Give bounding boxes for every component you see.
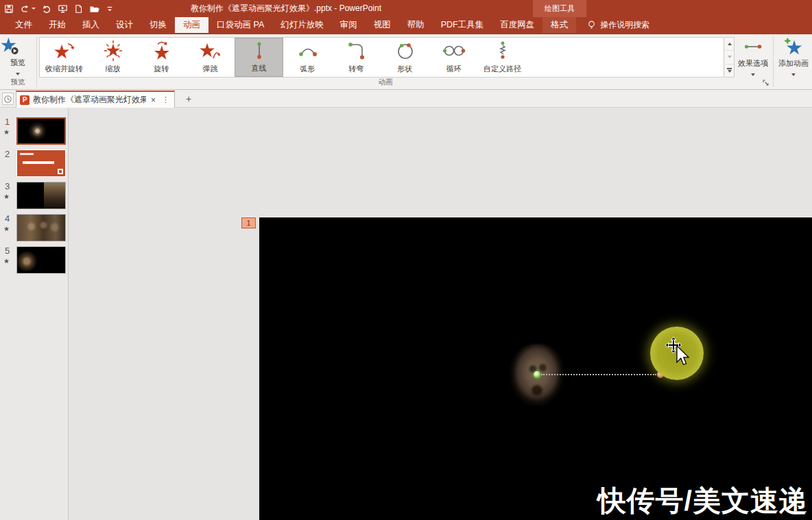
slide-thumbnail-1[interactable] <box>16 117 66 145</box>
ribbon-animations: 预览 预览 收缩并旋转 缩放 <box>0 33 812 90</box>
powerpoint-file-icon: P <box>20 95 29 105</box>
animation-sequence-badge[interactable]: 1 <box>241 217 256 228</box>
motion-path-start-dot[interactable] <box>534 371 540 378</box>
tab-baidu-netdisk[interactable]: 百度网盘 <box>492 17 542 33</box>
path-line-icon <box>249 38 270 63</box>
ribbon-tab-bar: 文件 开始 插入 设计 切换 动画 口袋动画 PA 幻灯片放映 审阅 视图 帮助… <box>0 17 812 33</box>
motion-path-dashed-line[interactable] <box>541 374 656 375</box>
main-area: 1 ★ 2 3 ★ 4 ★ 5 ★ 1 <box>0 108 812 520</box>
tab-help[interactable]: 帮助 <box>399 17 433 33</box>
animation-shrink-turn[interactable]: 收缩并旋转 <box>40 38 88 77</box>
animation-dialog-launcher-icon[interactable] <box>763 80 769 86</box>
slide-number: 4 <box>5 213 10 224</box>
animation-label: 收缩并旋转 <box>45 64 83 74</box>
slide-number: 2 <box>5 149 10 159</box>
save-icon[interactable] <box>4 4 14 14</box>
add-animation-button[interactable]: 添加动画 <box>775 36 812 78</box>
tab-slideshow[interactable]: 幻灯片放映 <box>272 17 332 33</box>
animation-star-icon: ★ <box>3 128 10 136</box>
undo-icon[interactable] <box>20 4 36 14</box>
gallery-more-button[interactable] <box>725 64 734 77</box>
animation-star-icon: ★ <box>3 257 10 265</box>
tab-transitions[interactable]: 切换 <box>141 17 175 33</box>
customize-qat-icon[interactable] <box>106 5 113 13</box>
history-clock-icon[interactable] <box>2 93 14 105</box>
animation-path-shape[interactable]: 形状 <box>381 38 429 77</box>
add-animation-chevron <box>791 73 796 76</box>
document-tab-active[interactable]: P 教你制作《遮罩动画聚光灯效果》.pptx × ⋮ <box>16 91 175 108</box>
quick-access-toolbar <box>4 0 113 17</box>
gallery-scroll-down-button[interactable] <box>725 51 734 64</box>
group-label-preview: 预览 <box>0 78 36 87</box>
animation-zoom[interactable]: 缩放 <box>88 38 137 77</box>
animation-label: 弧形 <box>300 64 315 74</box>
gallery-scrollbar <box>725 37 735 78</box>
tab-insert[interactable]: 插入 <box>74 17 108 33</box>
slide-thumbnail-3[interactable] <box>16 182 66 209</box>
add-animation-label: 添加动画 <box>775 58 812 69</box>
tab-format[interactable]: 格式 <box>542 17 576 33</box>
tab-home[interactable]: 开始 <box>40 17 74 33</box>
animation-label: 形状 <box>398 64 413 74</box>
document-tab-bar: P 教你制作《遮罩动画聚光灯效果》.pptx × ⋮ + <box>0 90 812 108</box>
slide-number: 1 <box>5 117 10 127</box>
path-loop-icon <box>442 38 466 64</box>
title-bar: 教你制作《遮罩动画聚光灯效果》.pptx - PowerPoint 绘图工具 <box>0 0 812 17</box>
tab-view[interactable]: 视图 <box>366 17 399 33</box>
tab-menu-icon[interactable]: ⋮ <box>160 95 171 104</box>
animation-label: 弹跳 <box>203 64 218 74</box>
path-turn-icon <box>346 38 368 64</box>
animation-path-arc[interactable]: 弧形 <box>283 38 332 77</box>
redo-icon[interactable] <box>42 4 51 14</box>
animation-star-icon: ★ <box>3 225 10 233</box>
animation-path-loop[interactable]: 循环 <box>429 38 478 77</box>
new-tab-button[interactable]: + <box>182 93 195 105</box>
animation-label: 缩放 <box>106 64 121 74</box>
add-animation-icon <box>783 36 804 57</box>
start-slideshow-icon[interactable] <box>58 4 68 14</box>
animation-label: 转弯 <box>349 64 364 74</box>
gallery-scroll-up-button[interactable] <box>725 38 734 51</box>
animation-path-line[interactable]: 直线 <box>235 38 283 77</box>
slide-thumbnail-5[interactable] <box>16 246 66 274</box>
slide-thumbnail-2[interactable] <box>16 150 66 177</box>
slide-editing-surface[interactable]: 快传号/美文速递 <box>259 217 812 520</box>
animation-bounce[interactable]: 弹跳 <box>186 38 235 77</box>
path-custom-icon <box>492 38 514 64</box>
effect-options-chevron <box>751 73 755 76</box>
animation-spin[interactable]: 旋转 <box>137 38 186 77</box>
preview-label: 预览 <box>0 58 36 68</box>
ribbon-separator <box>773 36 774 87</box>
tab-design[interactable]: 设计 <box>108 17 141 33</box>
undo-dropdown-caret[interactable] <box>32 8 36 10</box>
tab-review[interactable]: 审阅 <box>332 17 366 33</box>
animation-path-turn[interactable]: 转弯 <box>332 38 381 77</box>
star-shrink-turn-icon <box>53 38 75 64</box>
tab-pocket-animation[interactable]: 口袋动画 PA <box>208 17 272 33</box>
tab-close-icon[interactable]: × <box>150 95 157 105</box>
move-cursor-icon <box>665 337 693 368</box>
animation-label: 自定义路径 <box>483 64 521 74</box>
animation-label: 循环 <box>446 64 462 74</box>
tab-file[interactable]: 文件 <box>7 17 40 33</box>
tab-animations[interactable]: 动画 <box>175 17 208 33</box>
preview-button[interactable]: 预览 <box>0 36 36 78</box>
animation-path-custom[interactable]: 自定义路径 <box>478 38 527 77</box>
watermark-text: 快传号/美文速递 <box>598 482 808 520</box>
animation-gallery: 收缩并旋转 缩放 旋转 <box>39 37 724 78</box>
open-folder-icon[interactable] <box>89 4 100 14</box>
animation-label: 直线 <box>252 63 267 73</box>
effect-options-label: 效果选项 <box>735 58 771 69</box>
preview-dropdown-chevron[interactable] <box>16 73 20 75</box>
animation-label: 旋转 <box>154 64 169 74</box>
tab-pdf-tools[interactable]: PDF工具集 <box>433 17 492 33</box>
new-file-icon[interactable] <box>74 4 83 14</box>
lightbulb-icon <box>587 20 596 30</box>
slide-thumbnail-4[interactable] <box>16 214 66 241</box>
effect-options-button[interactable]: 效果选项 <box>735 36 771 78</box>
tell-me-label: 操作说明搜索 <box>600 19 649 31</box>
star-spin-icon <box>151 38 173 64</box>
slide-thumbnails-panel: 1 ★ 2 3 ★ 4 ★ 5 ★ <box>0 108 69 520</box>
slide-number: 3 <box>5 181 10 191</box>
tell-me-search[interactable]: 操作说明搜索 <box>587 17 649 33</box>
